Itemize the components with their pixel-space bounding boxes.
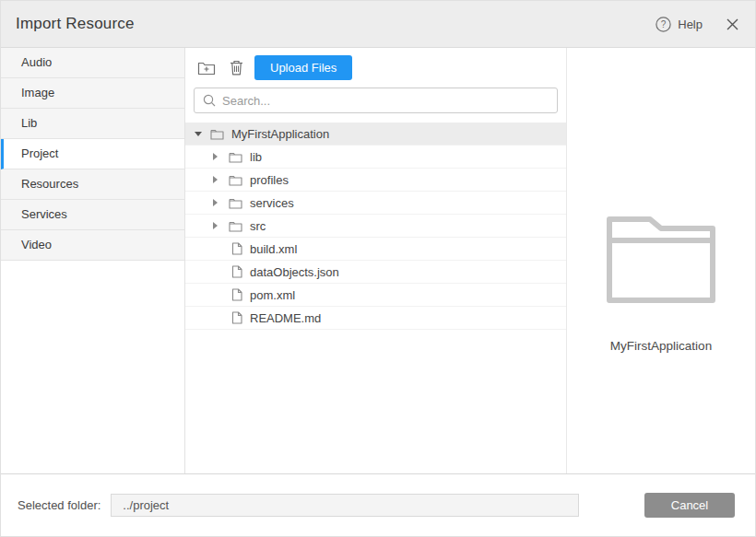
tree-row-label: build.xml [250, 242, 297, 256]
tree-row-label: dataObjects.json [250, 265, 339, 279]
caret-right-icon[interactable] [213, 222, 222, 229]
caret-down-icon[interactable] [195, 132, 204, 136]
folder-icon [229, 220, 242, 232]
cancel-button[interactable]: Cancel [644, 493, 735, 518]
file-browser-panel: Upload Files [185, 48, 567, 474]
file-icon [231, 242, 242, 255]
file-tree: MyFirstApplication lib [185, 123, 566, 474]
file-icon [231, 311, 242, 324]
trash-icon [230, 60, 243, 76]
category-sidebar: Audio Image Lib Project Resources Servic… [1, 48, 185, 474]
sidebar-item-resources[interactable]: Resources [1, 169, 184, 200]
help-icon: ? [656, 17, 671, 32]
sidebar-item-audio[interactable]: Audio [1, 48, 184, 78]
dialog-footer: Selected folder: Cancel [1, 473, 755, 536]
upload-files-button[interactable]: Upload Files [254, 55, 352, 80]
sidebar-item-services[interactable]: Services [1, 200, 184, 230]
search-area [185, 87, 566, 113]
new-folder-button[interactable] [197, 60, 216, 76]
caret-right-icon[interactable] [213, 199, 222, 206]
search-box [194, 88, 558, 113]
tree-row-label: lib [250, 150, 262, 164]
tree-row-file[interactable]: dataObjects.json [185, 261, 566, 284]
folder-icon [229, 174, 242, 186]
sidebar-item-project[interactable]: Project [1, 139, 184, 169]
caret-right-icon[interactable] [213, 176, 222, 183]
file-toolbar: Upload Files [185, 48, 566, 87]
file-icon [231, 265, 242, 278]
tree-row-label: pom.xml [250, 288, 295, 302]
tree-row-label: README.md [250, 311, 321, 325]
tree-row-folder[interactable]: lib [185, 146, 566, 169]
close-button[interactable] [726, 18, 738, 30]
folder-icon [229, 151, 242, 163]
sidebar-item-lib[interactable]: Lib [1, 109, 184, 139]
help-button[interactable]: ? Help [656, 17, 703, 32]
tree-row-label: MyFirstApplication [231, 127, 329, 141]
sidebar-item-image[interactable]: Image [1, 78, 184, 109]
dialog-body: Audio Image Lib Project Resources Servic… [1, 48, 755, 474]
svg-text:?: ? [661, 19, 667, 29]
tree-row-label: src [250, 219, 266, 233]
dialog-header: Import Resource ? Help [1, 1, 755, 48]
sidebar-item-video[interactable]: Video [1, 230, 184, 261]
large-folder-icon [606, 216, 716, 304]
help-label: Help [678, 18, 703, 31]
delete-button[interactable] [230, 60, 243, 76]
tree-row-label: profiles [250, 173, 289, 187]
folder-icon [229, 197, 242, 209]
header-actions: ? Help [656, 17, 738, 32]
preview-label: MyFirstApplication [610, 339, 712, 353]
search-icon [203, 94, 216, 107]
tree-row-file[interactable]: pom.xml [185, 284, 566, 307]
folder-plus-icon [197, 60, 216, 76]
folder-icon [210, 128, 224, 140]
tree-row-label: services [250, 196, 294, 210]
tree-row-folder[interactable]: services [185, 192, 566, 215]
tree-row-folder[interactable]: src [185, 215, 566, 238]
preview-pane: MyFirstApplication [567, 48, 755, 474]
file-icon [231, 288, 242, 301]
caret-right-icon[interactable] [213, 153, 222, 160]
tree-row-folder[interactable]: profiles [185, 169, 566, 192]
selected-folder-label: Selected folder: [18, 498, 100, 512]
search-input[interactable] [222, 94, 549, 108]
import-resource-dialog: Import Resource ? Help [0, 0, 756, 537]
dialog-title: Import Resource [16, 15, 135, 33]
tree-row-file[interactable]: README.md [185, 307, 566, 330]
tree-row-file[interactable]: build.xml [185, 238, 566, 261]
tree-row-root-folder[interactable]: MyFirstApplication [185, 123, 566, 146]
close-icon [726, 18, 738, 30]
selected-folder-input[interactable] [111, 494, 579, 517]
